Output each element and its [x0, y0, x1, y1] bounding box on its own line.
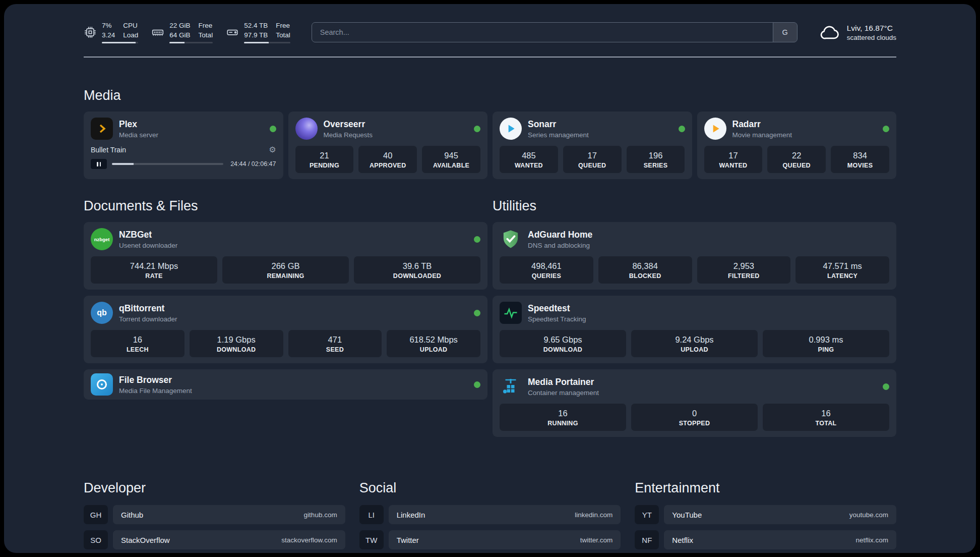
stat-filtered: 2,953FILTERED [697, 256, 791, 284]
memory-total: 64 GiB [169, 31, 190, 40]
memory-bar [169, 42, 213, 43]
stat-pending: 21PENDING [295, 146, 354, 173]
speedtest-icon [500, 302, 522, 324]
bookmark-group-title: Entertainment [635, 480, 896, 496]
status-dot [883, 126, 889, 132]
disk-icon [226, 26, 239, 39]
service-desc: Container management [528, 389, 599, 397]
status-dot [474, 381, 480, 388]
disk-total: 97.9 TB [244, 31, 268, 40]
topbar-divider [84, 57, 896, 58]
nzbget-icon: nzbget [91, 228, 113, 250]
service-name: Media Portainer [528, 377, 599, 387]
disk-bar [244, 42, 290, 43]
service-card-qbittorrent[interactable]: qb qBittorrent Torrent downloader 16LEEC… [84, 296, 487, 363]
section-media: Media Plex Media server [84, 88, 896, 179]
stat-blocked: 86,384BLOCKED [598, 256, 692, 284]
memory-label-bottom: Total [199, 31, 213, 40]
service-card-filebrowser[interactable]: File Browser Media File Management [84, 369, 487, 400]
disk-widget: 52.4 TB 97.9 TB Free Total [226, 21, 290, 43]
service-card-nzbget[interactable]: nzbget NZBGet Usenet downloader 744.21 M… [84, 222, 487, 290]
stat-movies: 834MOVIES [831, 146, 889, 173]
bookmark-group-developer: Developer GH Github github.com SO StackO… [84, 480, 345, 553]
service-card-speedtest[interactable]: Speedtest Speedtest Tracking 9.65 GbpsDO… [493, 296, 896, 363]
section-title-media: Media [84, 88, 896, 103]
service-card-radarr[interactable]: Radarr Movie management 17WANTED 22QUEUE… [697, 112, 897, 179]
search-provider-button[interactable]: G [773, 23, 797, 42]
service-desc: Media File Management [119, 387, 192, 395]
playback-time: 24:44 / 02:06:47 [230, 160, 276, 168]
service-desc: Usenet downloader [119, 242, 177, 249]
bookmark-group-title: Social [359, 480, 621, 496]
service-name: NZBGet [119, 230, 177, 240]
bookmark-name: StackOverflow [121, 536, 170, 544]
service-name: File Browser [119, 375, 192, 385]
gear-icon[interactable]: ⚙ [269, 145, 276, 154]
service-name: AdGuard Home [528, 230, 592, 240]
bookmark-url: netflix.com [855, 536, 888, 544]
service-card-adguard[interactable]: AdGuard Home DNS and adblocking 498,461Q… [493, 222, 896, 290]
bookmark-group-title: Developer [84, 480, 345, 496]
section-title-utilities: Utilities [493, 198, 896, 214]
service-desc: Movie management [732, 131, 792, 139]
stat-remaining: 266 GBREMAINING [222, 256, 349, 284]
service-card-sonarr[interactable]: Sonarr Series management 485WANTED 17QUE… [493, 112, 692, 179]
bookmark-url: stackoverflow.com [281, 536, 337, 544]
bookmark-youtube[interactable]: YT YouTube youtube.com [635, 505, 896, 524]
pause-button[interactable] [91, 159, 107, 169]
bookmark-linkedin[interactable]: LI LinkedIn linkedin.com [359, 505, 621, 524]
now-playing-title: Bullet Train [91, 146, 126, 154]
bookmark-name: Github [121, 511, 143, 519]
cpu-bar [102, 42, 138, 43]
stat-queries: 498,461QUERIES [500, 256, 593, 284]
bookmark-group-social: Social LI LinkedIn linkedin.com TW Twitt… [359, 480, 621, 549]
stat-approved: 40APPROVED [358, 146, 417, 173]
filebrowser-icon [91, 373, 113, 396]
stat-wanted: 485WANTED [500, 146, 558, 173]
bookmark-abbr: TW [359, 530, 384, 549]
bookmark-url: github.com [304, 511, 337, 519]
bookmark-abbr: YT [635, 505, 659, 524]
status-dot [474, 126, 480, 132]
stat-downloaded: 39.6 TBDOWNLOADED [354, 256, 480, 284]
search-bar: G [312, 22, 798, 42]
dashboard-panel: 7% 3.24 CPU Load [4, 4, 976, 553]
status-dot [679, 126, 685, 132]
disk-free: 52.4 TB [244, 21, 268, 30]
service-name: Speedtest [528, 303, 586, 314]
status-dot [883, 383, 889, 390]
search-input[interactable] [312, 23, 773, 42]
bookmark-github[interactable]: GH Github github.com [84, 505, 345, 524]
service-desc: Series management [528, 131, 589, 139]
stat-upload: 9.24 GbpsUPLOAD [631, 330, 758, 357]
bookmark-netflix[interactable]: NF Netflix netflix.com [635, 530, 896, 549]
memory-label-top: Free [199, 21, 213, 30]
disk-label-top: Free [276, 21, 290, 30]
bookmark-name: LinkedIn [397, 511, 425, 519]
cpu-widget: 7% 3.24 CPU Load [84, 21, 138, 43]
service-desc: Speedtest Tracking [528, 315, 586, 323]
stat-upload: 618.52 MbpsUPLOAD [387, 330, 480, 357]
bookmark-group-entertainment: Entertainment YT YouTube youtube.com NF … [635, 480, 896, 553]
adguard-icon [500, 228, 522, 250]
service-card-plex[interactable]: Plex Media server Bullet Train ⚙ 24:44 /… [84, 112, 283, 179]
memory-widget: 22 GiB 64 GiB Free Total [151, 21, 213, 43]
stat-seed: 471SEED [288, 330, 382, 357]
cpu-percent: 7% [102, 21, 115, 30]
stat-queued: 22QUEUED [767, 146, 826, 173]
stat-series: 196SERIES [627, 146, 685, 173]
stat-stopped: 0STOPPED [631, 404, 758, 431]
bookmark-name: Twitter [397, 536, 419, 544]
sonarr-icon [500, 118, 522, 140]
bookmark-stackoverflow[interactable]: SO StackOverflow stackoverflow.com [84, 530, 345, 549]
stat-total: 16TOTAL [763, 404, 889, 431]
bookmark-twitter[interactable]: TW Twitter twitter.com [359, 530, 621, 549]
portainer-icon [500, 375, 522, 398]
service-name: Sonarr [528, 119, 589, 130]
playback-progress-bar[interactable] [112, 163, 223, 165]
service-name: Radarr [732, 119, 792, 130]
service-card-portainer[interactable]: Media Portainer Container management 16R… [493, 369, 896, 437]
service-card-overseerr[interactable]: Overseerr Media Requests 21PENDING 40APP… [288, 112, 488, 179]
status-dot [270, 126, 276, 132]
weather-condition: scattered clouds [847, 34, 896, 41]
